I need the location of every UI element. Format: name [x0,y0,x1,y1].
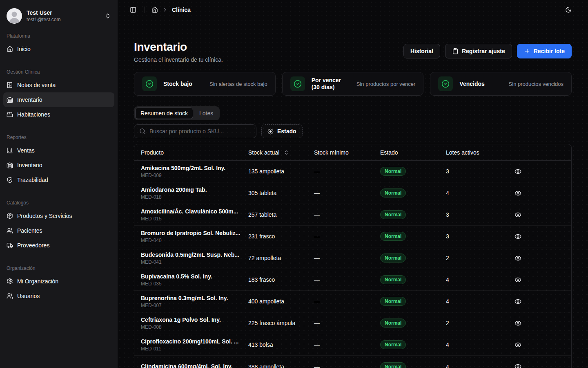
stock-actual-value: 257 tableta [248,211,314,218]
sidebar-item-habitaciones[interactable]: Habitaciones [3,107,114,122]
sidebar-item-ventas[interactable]: Ventas [3,143,114,158]
sidebar-section-label: Organización [3,265,114,272]
sidebar-item-trazabilidad[interactable]: Trazabilidad [3,173,114,187]
sidebar-nav: Plataforma Inicio Gestión Clínica Notas … [0,27,118,368]
stock-actual-value: 231 frasco [248,233,314,240]
status-badge: Normal [380,340,406,349]
estado-filter-button[interactable]: Estado [261,124,303,138]
table-row[interactable]: Bromuro de Ipratropio Sol. Nebuliz... ME… [134,226,571,247]
alert-card: Vencidos Sin productos vencidos [430,72,572,96]
table-row[interactable]: Bupivacaína 0.5% Sol. Iny. MED-035 183 f… [134,269,571,291]
receipt-icon [7,82,13,88]
stock-minimo-value: — [314,211,380,218]
search-input[interactable] [149,128,251,135]
warehouse-icon [7,162,13,168]
status-badge: Normal [380,297,406,306]
eye-icon [514,298,521,305]
product-name: Buprenorfina 0.3mg/mL Sol. Iny. [141,294,248,302]
col-stock-actual[interactable]: Stock actual [248,149,314,156]
stock-minimo-value: — [314,298,380,305]
tab-resumen-de-stock[interactable]: Resumen de stock [135,108,193,119]
stock-minimo-value: — [314,190,380,196]
table-row[interactable]: Budesonida 0.5mg/2mL Susp. Neb... MED-04… [134,247,571,269]
page-subtitle: Gestiona el inventario de tu clínica. [134,56,223,64]
table-row[interactable]: Amiodarona 200mg Tab. MED-018 305 tablet… [134,182,571,204]
sidebar-item-proveedores[interactable]: Proveedores [3,238,114,253]
user-email: test1@test.com [27,16,100,23]
view-lots-button[interactable] [514,276,522,284]
gear-icon [7,278,13,285]
table-row[interactable]: Buprenorfina 0.3mg/mL Sol. Iny. MED-007 … [134,291,571,312]
view-lots-button[interactable] [514,211,522,219]
stock-minimo-value: — [314,255,380,261]
table-row[interactable]: Ciprofloxacino 200mg/100mL Sol. ... MED-… [134,334,571,356]
product-name: Bromuro de Ipratropio Sol. Nebuliz... [141,229,248,237]
product-name: Amikacina 500mg/2mL Sol. Iny. [141,164,248,172]
chart-column-icon [7,147,13,154]
eye-icon [514,320,521,327]
view-lots-button[interactable] [514,254,522,263]
sidebar-item-mi-organizacion[interactable]: Mi Organización [3,274,114,289]
stock-actual-value: 183 frasco [248,276,314,283]
topbar-divider [145,7,145,13]
table-row[interactable]: Amikacina 500mg/2mL Sol. Iny. MED-009 13… [134,161,571,182]
stock-actual-value: 388 ampolleta [248,364,314,368]
alert-card-message: Sin productos vencidos [509,81,564,87]
stock-actual-value: 413 bolsa [248,341,314,348]
eye-icon [514,276,521,283]
breadcrumb-home-link[interactable] [151,7,158,13]
stock-minimo-value: — [314,233,380,240]
view-lots-button[interactable] [514,297,522,306]
registrar-ajuste-button[interactable]: Registrar ajuste [445,44,512,58]
product-sku: MED-008 [141,324,248,330]
sidebar-item-pacientes[interactable]: Pacientes [3,223,114,238]
sidebar-item-usuarios[interactable]: Usuarios [3,289,114,303]
historial-button[interactable]: Historial [403,44,440,58]
sidebar-section-label: Catálogos [3,200,114,206]
alert-card-title: Por vencer (30 días) [312,77,350,91]
table-row[interactable]: Ceftriaxona 1g Polvo Sol. Iny. MED-008 2… [134,312,571,334]
lotes-activos-value: 4 [446,276,510,283]
view-lots-button[interactable] [514,167,522,176]
avatar [7,8,22,24]
lotes-activos-value: 3 [446,233,510,240]
product-name: Budesonida 0.5mg/2mL Susp. Neb... [141,251,248,258]
table-row[interactable]: Amoxicilina/Ác. Clavulánico 500m... MED-… [134,204,571,226]
table-row[interactable]: Clindamicina 600mg/4mL Sol. Iny. 388 amp… [134,356,571,368]
col-estado: Estado [380,149,446,156]
eye-icon [514,211,521,218]
shield-check-icon [7,177,13,183]
sidebar-item-productos-y-servicios[interactable]: Productos y Servicios [3,209,114,223]
page-content: Inventario Gestiona el inventario de tu … [118,20,588,368]
search-box [134,124,256,138]
product-sku: MED-015 [141,216,248,222]
sidebar: Test User test1@test.com Plataforma Inic… [0,0,118,368]
tab-lotes[interactable]: Lotes [194,108,218,119]
chevrons-up-down-icon [105,13,111,19]
theme-toggle-button[interactable] [564,5,573,15]
view-lots-button[interactable] [514,319,522,328]
tabs: Resumen de stockLotes [134,106,220,120]
product-sku: MED-040 [141,238,248,244]
circle-check-icon [438,76,453,91]
sidebar-toggle-button[interactable] [128,5,138,15]
product-name: Amiodarona 200mg Tab. [141,186,248,193]
sidebar-item-inventario[interactable]: Inventario [3,92,114,107]
user-menu-button[interactable]: Test User test1@test.com [3,5,114,27]
header-actions: Historial Registrar ajuste Recibir lote [403,44,572,58]
eye-icon [514,168,521,175]
alert-card-title: Stock bajo [163,81,203,88]
circle-check-icon [142,76,157,91]
sidebar-item-notas-de-venta[interactable]: Notas de venta [3,78,114,92]
eye-icon [514,190,521,197]
recibir-lote-button[interactable]: Recibir lote [517,44,572,58]
view-lots-button[interactable] [514,232,522,241]
view-lots-button[interactable] [514,341,522,349]
lotes-activos-value: 4 [446,190,510,196]
view-lots-button[interactable] [514,189,522,197]
col-stock-minimo: Stock mínimo [314,149,380,156]
view-lots-button[interactable] [514,362,522,368]
sidebar-item-inicio[interactable]: Inicio [3,42,114,56]
sidebar-item-inventario[interactable]: Inventario [3,158,114,173]
sidebar-section-label: Reportes [3,134,114,141]
